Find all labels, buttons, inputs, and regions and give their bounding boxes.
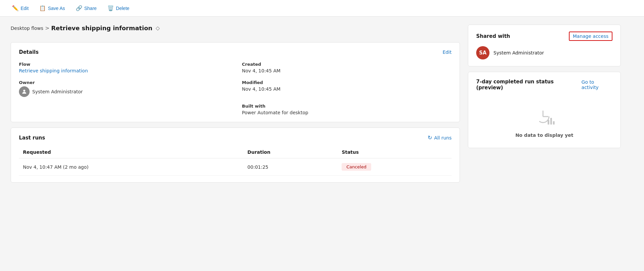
- no-data-icon: [534, 107, 555, 129]
- saveas-icon: 📋: [39, 5, 46, 11]
- last-runs-title: Last runs: [19, 135, 45, 141]
- toolbar: ✏️ Edit 📋 Save As 🔗 Share 🗑️ Delete: [0, 0, 644, 17]
- run-status: Canceled: [338, 158, 452, 176]
- shared-user-row: SA System Administrator: [476, 46, 612, 59]
- saveas-button[interactable]: 📋 Save As: [35, 3, 69, 13]
- last-runs-card: Last runs ↻ All runs Requested Duration …: [11, 128, 460, 183]
- shared-with-header: Shared with Manage access: [476, 32, 612, 41]
- owner-label: Owner: [19, 80, 229, 85]
- details-title: Details: [19, 49, 39, 55]
- runs-table: Requested Duration Status Nov 4, 10:47 A…: [19, 146, 452, 176]
- svg-rect-6: [553, 121, 555, 125]
- run-status-title: 7-day completed run status (preview): [476, 79, 582, 91]
- share-icon: 🔗: [76, 5, 82, 11]
- share-button[interactable]: 🔗 Share: [72, 3, 101, 13]
- status-badge: Canceled: [342, 163, 371, 171]
- modified-label: Modified: [242, 80, 452, 85]
- built-with-label: Built with: [242, 104, 452, 109]
- avatar: [19, 86, 30, 97]
- built-with-value: Power Automate for desktop: [242, 110, 308, 115]
- go-to-activity-link[interactable]: Go to activity: [582, 79, 612, 90]
- shared-user-name: System Administrator: [493, 50, 544, 55]
- sa-avatar: SA: [476, 46, 489, 59]
- refresh-icon: ↻: [428, 135, 432, 141]
- shared-with-card: Shared with Manage access SA System Admi…: [468, 25, 621, 66]
- svg-rect-5: [550, 118, 552, 125]
- left-panel: Desktop flows > Retrieve shipping inform…: [11, 25, 460, 183]
- breadcrumb-parent[interactable]: Desktop flows: [11, 26, 43, 31]
- no-data-area: No data to display yet: [476, 97, 612, 141]
- col-requested: Requested: [19, 146, 244, 158]
- modified-value: Nov 4, 10:45 AM: [242, 86, 280, 92]
- edit-button[interactable]: ✏️ Edit: [8, 3, 33, 13]
- run-status-card: 7-day completed run status (preview) Go …: [468, 72, 621, 148]
- share-label: Share: [84, 6, 97, 11]
- sa-initials: SA: [479, 50, 486, 56]
- details-card-header: Details Edit: [19, 49, 452, 55]
- delete-icon: 🗑️: [107, 5, 114, 11]
- breadcrumb: Desktop flows > Retrieve shipping inform…: [11, 25, 460, 32]
- breadcrumb-current: Retrieve shipping information: [51, 25, 153, 32]
- shared-with-title: Shared with: [476, 33, 510, 39]
- run-requested: Nov 4, 10:47 AM (2 mo ago): [19, 158, 244, 176]
- right-panel: Shared with Manage access SA System Admi…: [468, 25, 621, 183]
- all-runs-label: All runs: [434, 135, 452, 140]
- saveas-label: Save As: [48, 6, 65, 11]
- run-status-header: 7-day completed run status (preview) Go …: [476, 79, 612, 91]
- edit-icon: ✏️: [12, 5, 19, 11]
- col-duration: Duration: [244, 146, 338, 158]
- detail-flow: Flow Retrieve shipping information: [19, 62, 229, 73]
- no-data-text: No data to display yet: [515, 133, 573, 138]
- details-grid: Flow Retrieve shipping information Creat…: [19, 62, 452, 115]
- details-edit-link[interactable]: Edit: [443, 49, 452, 55]
- table-row: Nov 4, 10:47 AM (2 mo ago)00:01:25Cancel…: [19, 158, 452, 176]
- delete-button[interactable]: 🗑️ Delete: [103, 3, 133, 13]
- manage-access-button[interactable]: Manage access: [569, 32, 612, 41]
- all-runs-link[interactable]: ↻ All runs: [428, 135, 452, 141]
- col-status: Status: [338, 146, 452, 158]
- detail-modified: Modified Nov 4, 10:45 AM: [242, 80, 452, 97]
- owner-row: System Administrator: [19, 86, 229, 97]
- run-duration: 00:01:25: [244, 158, 338, 176]
- diamond-icon: ◇: [156, 25, 160, 31]
- flow-value: Retrieve shipping information: [19, 68, 88, 73]
- svg-rect-4: [548, 120, 549, 125]
- last-runs-header: Last runs ↻ All runs: [19, 135, 452, 141]
- flow-label: Flow: [19, 62, 229, 67]
- created-value: Nov 4, 10:45 AM: [242, 68, 280, 73]
- edit-label: Edit: [21, 6, 29, 11]
- details-card: Details Edit Flow Retrieve shipping info…: [11, 42, 460, 122]
- breadcrumb-separator: >: [43, 25, 51, 31]
- detail-owner: Owner System Administrator: [19, 80, 229, 97]
- svg-point-0: [23, 90, 25, 92]
- delete-label: Delete: [116, 6, 129, 11]
- main-content: Desktop flows > Retrieve shipping inform…: [0, 17, 631, 191]
- detail-built-with: Built with Power Automate for desktop: [242, 104, 452, 115]
- created-label: Created: [242, 62, 452, 67]
- detail-created: Created Nov 4, 10:45 AM: [242, 62, 452, 73]
- owner-name: System Administrator: [32, 89, 83, 94]
